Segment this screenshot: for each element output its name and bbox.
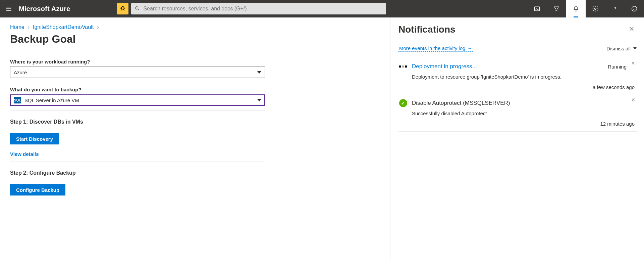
- notification-close-button[interactable]: ✕: [631, 97, 635, 102]
- svg-point-0: [136, 6, 138, 9]
- svg-point-2: [595, 8, 596, 10]
- chevron-right-icon: ›: [97, 24, 99, 30]
- notification-status: Running: [608, 64, 627, 70]
- configure-backup-button[interactable]: Configure Backup: [10, 184, 65, 195]
- workload-select-value: Azure: [14, 70, 27, 75]
- success-icon: ✓: [399, 99, 407, 107]
- notifications-panel: Notifications More events in the activit…: [391, 17, 644, 261]
- notification-title: Disable Autoprotect (MSSQLSERVER): [412, 100, 510, 106]
- settings-gear-icon[interactable]: [586, 0, 605, 17]
- view-details-link[interactable]: View details: [10, 151, 39, 157]
- notification-item: ✕ Deployment in progress... Running Depl…: [398, 58, 637, 95]
- divider: [10, 203, 265, 203]
- activity-log-link[interactable]: More events in the activity log →: [398, 45, 473, 52]
- chevron-right-icon: ›: [28, 24, 30, 30]
- hamburger-menu-icon[interactable]: [0, 0, 17, 17]
- breadcrumb-vault[interactable]: IgniteShopkartDemoVault: [33, 24, 94, 30]
- bug-icon[interactable]: [117, 3, 128, 14]
- workload-label: Where is your workload running?: [10, 59, 381, 64]
- backup-what-select[interactable]: SQL SQL Server in Azure VM: [10, 94, 265, 106]
- page-title: Backup Goal: [10, 33, 381, 45]
- notification-time: a few seconds ago: [399, 84, 635, 90]
- step2-heading: Step 2: Configure Backup: [10, 170, 381, 176]
- help-icon[interactable]: [605, 0, 625, 17]
- notification-item: ✕ ✓ Disable Autoprotect (MSSQLSERVER) Su…: [398, 95, 637, 132]
- svg-rect-1: [535, 7, 540, 11]
- search-container: [131, 3, 386, 14]
- workload-select[interactable]: Azure: [10, 67, 265, 78]
- cloud-shell-icon[interactable]: [527, 0, 547, 17]
- notification-title-link[interactable]: Deployment in progress...: [412, 63, 477, 70]
- breadcrumb-home[interactable]: Home: [10, 24, 24, 30]
- notification-time: 12 minutes ago: [399, 121, 635, 127]
- step1-heading: Step 1: Discover DBs in VMs: [10, 119, 381, 125]
- feedback-smiley-icon[interactable]: [625, 0, 644, 17]
- arrow-right-icon: →: [468, 45, 473, 51]
- brand-label[interactable]: Microsoft Azure: [17, 5, 76, 13]
- sql-icon: SQL: [14, 97, 21, 103]
- divider: [10, 111, 265, 111]
- search-icon: [135, 6, 140, 12]
- breadcrumb: Home › IgniteShopkartDemoVault ›: [10, 24, 381, 30]
- backup-what-label: What do you want to backup?: [10, 87, 381, 92]
- activity-log-link-label: More events in the activity log: [399, 45, 466, 51]
- notification-body: Deployment to resource group 'IgniteShop…: [412, 74, 636, 80]
- chevron-down-icon: [257, 99, 261, 101]
- notification-close-button[interactable]: ✕: [631, 60, 635, 66]
- chevron-down-icon: [257, 71, 261, 74]
- search-input[interactable]: [143, 6, 383, 12]
- divider: [10, 162, 265, 162]
- svg-point-3: [632, 6, 637, 11]
- dismiss-all-button[interactable]: Dismiss all: [606, 46, 637, 51]
- chevron-down-icon: [633, 47, 637, 49]
- directory-filter-icon[interactable]: [547, 0, 566, 17]
- search-box[interactable]: [131, 3, 386, 14]
- notifications-title: Notifications: [398, 24, 455, 35]
- backup-what-value: SQL Server in Azure VM: [24, 97, 79, 103]
- notifications-icon[interactable]: [566, 0, 586, 17]
- notification-body: Successfully disabled Autoprotect: [412, 111, 636, 116]
- close-notifications-button[interactable]: [627, 25, 637, 35]
- topbar-icons: [527, 0, 644, 17]
- dismiss-all-label: Dismiss all: [606, 46, 631, 51]
- progress-icon: [399, 62, 407, 71]
- top-bar: Microsoft Azure: [0, 0, 644, 17]
- start-discovery-button[interactable]: Start Discovery: [10, 133, 59, 144]
- main-content: Home › IgniteShopkartDemoVault › Backup …: [0, 17, 391, 261]
